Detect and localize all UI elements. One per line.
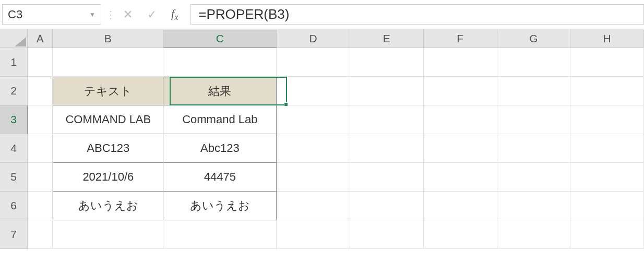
cell-value: COMMAND LAB — [65, 113, 151, 126]
enter-icon[interactable]: ✓ — [147, 9, 157, 20]
row-1: 1 — [0, 48, 644, 77]
cell-A7[interactable] — [28, 220, 53, 249]
row-2: 2 テキスト 結果 — [0, 77, 644, 105]
name-box-value: C3 — [8, 8, 22, 21]
cell-B5[interactable]: 2021/10/6 — [53, 163, 163, 192]
formula-input[interactable]: =PROPER(B3) — [190, 4, 644, 25]
select-all-corner[interactable] — [0, 30, 28, 48]
cell-H1[interactable] — [570, 48, 644, 77]
row-header-7[interactable]: 7 — [0, 220, 28, 249]
cell-B1[interactable] — [53, 48, 163, 77]
cell-D1[interactable] — [277, 48, 350, 77]
cell-C1[interactable] — [163, 48, 277, 77]
column-headers: A B C D E F G H — [0, 30, 644, 48]
cell-C5[interactable]: 44475 — [163, 163, 277, 192]
cell-B2[interactable]: テキスト — [53, 77, 163, 105]
fx-icon[interactable]: fx — [171, 7, 178, 22]
cell-A1[interactable] — [28, 48, 53, 77]
cell-D2[interactable] — [277, 77, 350, 105]
cell-F1[interactable] — [424, 48, 497, 77]
cell-H2[interactable] — [570, 77, 644, 105]
cell-B3[interactable]: COMMAND LAB — [53, 105, 163, 134]
col-header-A[interactable]: A — [28, 30, 53, 48]
cell-F4[interactable] — [424, 134, 497, 163]
cell-G1[interactable] — [497, 48, 571, 77]
cell-H5[interactable] — [570, 163, 644, 192]
cell-A4[interactable] — [28, 134, 53, 163]
row-header-3[interactable]: 3 — [0, 105, 28, 134]
row-header-2[interactable]: 2 — [0, 77, 28, 105]
cell-C3[interactable]: Command Lab — [163, 105, 277, 134]
col-header-H[interactable]: H — [570, 30, 644, 48]
cell-value: Command Lab — [182, 113, 257, 126]
cell-B4[interactable]: ABC123 — [53, 134, 163, 163]
cell-value: あいうえお — [78, 198, 138, 213]
cell-C7[interactable] — [163, 220, 277, 249]
cell-B7[interactable] — [53, 220, 163, 249]
cell-value: あいうえお — [190, 198, 250, 213]
formula-bar-buttons: ✕ ✓ fx — [119, 4, 186, 25]
cell-C2[interactable]: 結果 — [163, 77, 277, 105]
cell-G7[interactable] — [497, 220, 571, 249]
table-header-result: 結果 — [208, 84, 231, 99]
cell-G5[interactable] — [497, 163, 571, 192]
col-header-G[interactable]: G — [497, 30, 571, 48]
chevron-down-icon[interactable]: ▼ — [89, 11, 96, 18]
cell-F6[interactable] — [424, 192, 497, 220]
cell-C4[interactable]: Abc123 — [163, 134, 277, 163]
cell-B6[interactable]: あいうえお — [53, 192, 163, 220]
cell-A3[interactable] — [28, 105, 53, 134]
cell-E2[interactable] — [350, 77, 424, 105]
cell-C6[interactable]: あいうえお — [163, 192, 277, 220]
cell-E7[interactable] — [350, 220, 424, 249]
cell-E5[interactable] — [350, 163, 424, 192]
formula-value: =PROPER(B3) — [198, 6, 289, 22]
cell-D5[interactable] — [277, 163, 350, 192]
cancel-icon[interactable]: ✕ — [123, 9, 133, 20]
cell-F3[interactable] — [424, 105, 497, 134]
cell-A5[interactable] — [28, 163, 53, 192]
spreadsheet-grid[interactable]: A B C D E F G H 1 2 テキスト 結果 — [0, 30, 644, 249]
cell-value: 2021/10/6 — [82, 170, 134, 184]
cell-F7[interactable] — [424, 220, 497, 249]
row-5: 5 2021/10/6 44475 — [0, 163, 644, 192]
name-box[interactable]: C3 ▼ — [2, 4, 101, 25]
cell-value: 44475 — [204, 170, 236, 184]
col-header-E[interactable]: E — [350, 30, 424, 48]
cell-E3[interactable] — [350, 105, 424, 134]
row-6: 6 あいうえお あいうえお — [0, 192, 644, 220]
col-header-F[interactable]: F — [424, 30, 497, 48]
formula-bar-drag-handle[interactable]: ⋮ — [105, 4, 115, 25]
cell-value: Abc123 — [200, 141, 240, 155]
cell-H7[interactable] — [570, 220, 644, 249]
cell-G6[interactable] — [497, 192, 571, 220]
cell-H3[interactable] — [570, 105, 644, 134]
col-header-C[interactable]: C — [163, 30, 277, 48]
row-header-5[interactable]: 5 — [0, 163, 28, 192]
row-7: 7 — [0, 220, 644, 249]
cell-E6[interactable] — [350, 192, 424, 220]
cell-H4[interactable] — [570, 134, 644, 163]
cell-H6[interactable] — [570, 192, 644, 220]
cell-D6[interactable] — [277, 192, 350, 220]
row-header-4[interactable]: 4 — [0, 134, 28, 163]
cell-G3[interactable] — [497, 105, 571, 134]
row-header-1[interactable]: 1 — [0, 48, 28, 77]
row-header-6[interactable]: 6 — [0, 192, 28, 220]
cell-G2[interactable] — [497, 77, 571, 105]
cell-A6[interactable] — [28, 192, 53, 220]
col-header-D[interactable]: D — [277, 30, 350, 48]
cell-D3[interactable] — [277, 105, 350, 134]
cell-G4[interactable] — [497, 134, 571, 163]
cell-D4[interactable] — [277, 134, 350, 163]
cell-A2[interactable] — [28, 77, 53, 105]
cell-D7[interactable] — [277, 220, 350, 249]
row-4: 4 ABC123 Abc123 — [0, 134, 644, 163]
cell-F2[interactable] — [424, 77, 497, 105]
cell-F5[interactable] — [424, 163, 497, 192]
formula-bar: C3 ▼ ⋮ ✕ ✓ fx =PROPER(B3) — [0, 0, 644, 29]
cell-value: ABC123 — [87, 141, 129, 155]
col-header-B[interactable]: B — [53, 30, 163, 48]
cell-E1[interactable] — [350, 48, 424, 77]
cell-E4[interactable] — [350, 134, 424, 163]
